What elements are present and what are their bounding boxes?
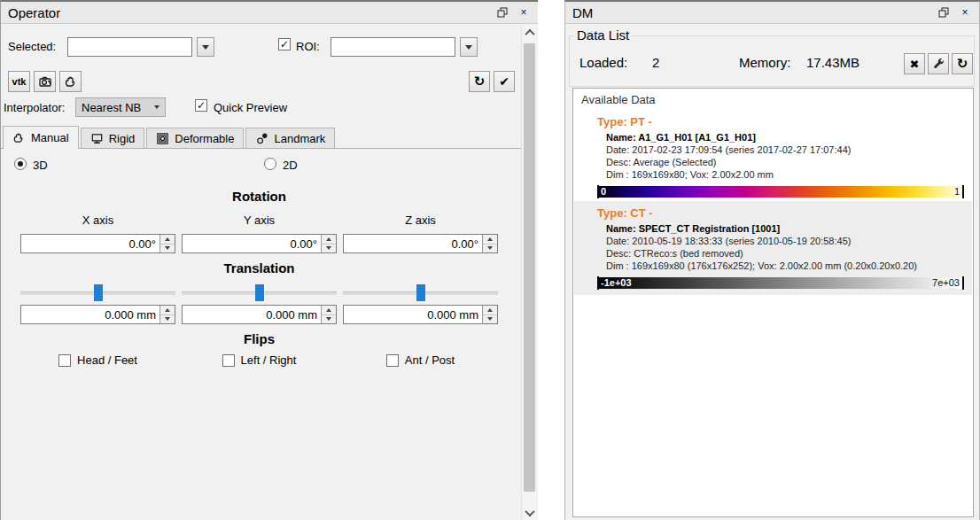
colorbar-max-label: 1 — [954, 186, 960, 198]
quick-preview-checkbox[interactable]: ✓ — [195, 99, 207, 112]
apply-button[interactable]: ✔ — [494, 71, 515, 92]
operator-close-icon[interactable]: × — [517, 5, 531, 19]
spin-up-button[interactable] — [322, 306, 336, 314]
ct-colorbar[interactable]: -1e+03 7e+03 — [597, 277, 964, 289]
dropdown-arrow-icon — [465, 45, 472, 50]
translation-y-slider[interactable] — [182, 284, 337, 301]
rotation-x-spinbox[interactable] — [20, 234, 175, 253]
head-feet-checkbox[interactable] — [58, 354, 71, 367]
spin-down-button[interactable] — [322, 314, 336, 324]
tab-manual[interactable]: Manual — [3, 126, 79, 149]
scroll-down-button[interactable] — [522, 505, 537, 520]
rotation-y-value[interactable] — [183, 235, 321, 252]
translation-z-value[interactable] — [344, 306, 482, 323]
snapshot-camera-button[interactable] — [34, 71, 56, 92]
dm-content: Data List Loaded: 2 Memory: 17.43MB ✖ ↻ … — [565, 25, 979, 520]
colorbar-max-marker[interactable] — [962, 276, 964, 290]
roi-checkbox[interactable]: ✓ — [278, 38, 291, 50]
selected-input[interactable] — [67, 37, 192, 57]
colorbar-min-marker[interactable] — [597, 185, 599, 198]
settings-wrench-button[interactable] — [928, 53, 949, 74]
translation-y-value[interactable] — [183, 306, 321, 323]
translation-x-slider[interactable] — [20, 284, 175, 301]
spin-up-button[interactable] — [160, 306, 175, 314]
monitor-icon — [90, 132, 104, 145]
clear-data-button[interactable]: ✖ — [904, 53, 925, 74]
flip-left-right: Left / Right — [182, 353, 337, 367]
tab-rigid[interactable]: Rigid — [81, 128, 145, 149]
dm-titlebar[interactable]: DM × — [565, 2, 979, 24]
roi-input[interactable] — [331, 37, 455, 57]
ant-post-checkbox[interactable] — [386, 354, 399, 367]
interpolator-combobox[interactable]: Nearest NB — [75, 97, 166, 117]
pt-colorbar[interactable]: 0 1 — [597, 186, 964, 198]
translation-y-spinbox[interactable] — [182, 305, 337, 324]
data-item-pt[interactable]: Type: PT - Name: A1_G1_H01 [A1_G1_H01] D… — [574, 110, 972, 204]
item-date: Date: 2010-05-19 18:33:33 (series 2010-0… — [606, 235, 967, 247]
refresh-icon: ↻ — [957, 56, 968, 72]
dropdown-arrow-icon — [202, 45, 209, 50]
colorbar-min-marker[interactable] — [597, 276, 599, 290]
translation-z-slider[interactable] — [343, 284, 498, 301]
dm-close-icon[interactable]: × — [958, 5, 972, 19]
left-right-checkbox[interactable] — [222, 354, 235, 367]
rotation-z-value[interactable] — [344, 235, 482, 252]
spin-down-button[interactable] — [322, 244, 336, 253]
flip-head-feet: Head / Feet — [20, 353, 175, 367]
selected-dropdown-button[interactable] — [197, 37, 214, 57]
tab-landmark[interactable]: Landmark — [245, 128, 335, 149]
translation-z-spinbox[interactable] — [343, 305, 498, 324]
colorbar-max-marker[interactable] — [962, 185, 964, 198]
translation-x-value[interactable] — [21, 306, 159, 323]
checkmark-icon: ✓ — [280, 39, 289, 50]
remove-x-icon: ✖ — [910, 58, 920, 71]
data-list-title: Data List — [574, 27, 632, 43]
rotation-x-value[interactable] — [21, 235, 159, 252]
item-date: Date: 2017-02-23 17:09:54 (series 2017-0… — [606, 144, 967, 156]
roi-dropdown-button[interactable] — [460, 37, 478, 57]
spin-down-button[interactable] — [160, 244, 175, 253]
camera-icon — [38, 74, 52, 89]
memory-value: 17.43MB — [806, 55, 859, 70]
scroll-up-button[interactable] — [522, 25, 537, 40]
mode-2d-radio[interactable] — [264, 158, 276, 170]
head-feet-label: Head / Feet — [77, 353, 137, 367]
hand-icon — [64, 74, 78, 89]
check-icon: ✔ — [499, 74, 509, 89]
spin-up-button[interactable] — [322, 235, 336, 244]
mode-2d-label: 2D — [283, 159, 298, 172]
slider-handle[interactable] — [94, 284, 103, 301]
y-axis-label: Y axis — [182, 213, 337, 227]
spin-up-button[interactable] — [483, 235, 497, 244]
spin-down-button[interactable] — [160, 314, 175, 324]
roi-label: ROI: — [296, 40, 320, 53]
reset-refresh-button[interactable]: ↻ — [469, 71, 490, 92]
chevron-up-icon — [525, 28, 534, 38]
tab-deformable[interactable]: Deformable — [146, 128, 244, 149]
vtk-export-button[interactable]: vtk — [8, 71, 30, 92]
manual-hand-button[interactable] — [59, 71, 82, 92]
translation-x-spinbox[interactable] — [20, 305, 175, 324]
spin-up-button[interactable] — [160, 235, 175, 244]
slider-handle[interactable] — [416, 284, 425, 301]
rotation-z-spinbox[interactable] — [343, 234, 498, 253]
operator-scrollbar[interactable] — [521, 25, 537, 520]
mode-3d-radio[interactable] — [14, 158, 27, 170]
translation-heading: Translation — [1, 260, 517, 276]
operator-float-icon[interactable] — [495, 5, 509, 19]
selected-label: Selected: — [8, 40, 56, 53]
rotation-y-spinbox[interactable] — [182, 234, 337, 253]
slider-handle[interactable] — [255, 284, 264, 301]
dm-float-icon[interactable] — [937, 5, 951, 19]
reload-data-button[interactable]: ↻ — [952, 53, 973, 74]
data-item-ct[interactable]: Type: CT - Name: SPECT_CT Registration [… — [574, 201, 972, 295]
available-data-listbox: Available Data Type: PT - Name: A1_G1_H0… — [572, 88, 974, 517]
deform-grid-icon — [156, 132, 169, 145]
interpolator-label: Interpolator: — [4, 101, 65, 114]
spin-down-button[interactable] — [483, 244, 497, 253]
spin-down-button[interactable] — [483, 314, 497, 324]
left-right-label: Left / Right — [241, 353, 297, 367]
spin-up-button[interactable] — [483, 306, 497, 314]
operator-titlebar[interactable]: Operator × — [1, 2, 538, 24]
scrollbar-thumb[interactable] — [524, 43, 535, 492]
